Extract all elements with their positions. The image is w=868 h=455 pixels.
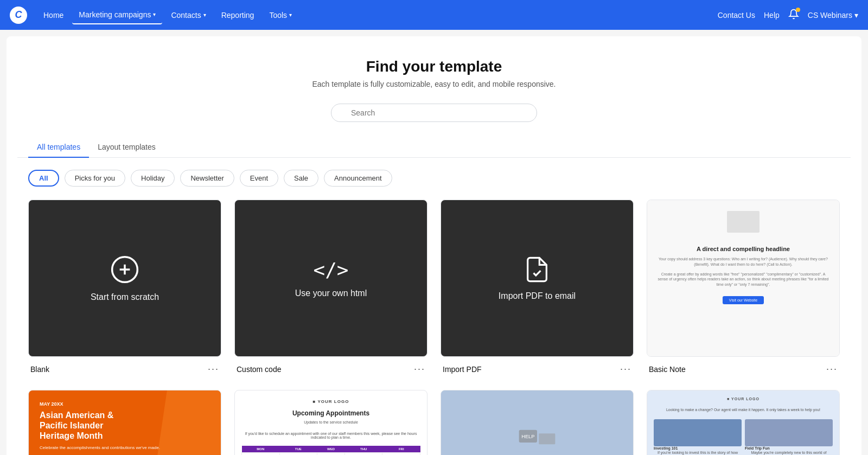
page-header: Find your template Each template is full… [17, 58, 851, 88]
user-chevron-icon: ▾ [854, 11, 858, 20]
template-more-blank[interactable]: ··· [208, 363, 219, 375]
contacts-chevron-icon: ▾ [203, 12, 206, 18]
custom-code-label: Use your own html [295, 289, 367, 298]
nav-home[interactable]: Home [37, 7, 70, 24]
contact-us-link[interactable]: Contact Us [718, 11, 755, 20]
filter-picks[interactable]: Picks for you [65, 170, 125, 187]
page-subtitle: Each template is fully customizable, eas… [17, 80, 851, 88]
invest-img-1 [654, 419, 742, 446]
filter-announcement[interactable]: Announcement [324, 170, 392, 187]
search-wrap [331, 104, 537, 122]
tab-all-templates[interactable]: All templates [28, 137, 89, 158]
notification-dot [796, 8, 800, 12]
template-thumbnail-basic-note[interactable]: A direct and compelling headline Your co… [647, 200, 840, 357]
nav-links: Home Marketing campaigns ▾ Contacts ▾ Re… [37, 6, 718, 24]
marketing-chevron-icon: ▾ [153, 11, 156, 17]
heritage-content: MAY 20XX Asian American &Pacific Islande… [40, 401, 160, 455]
template-card-investing: ■ YOUR LOGO Looking to make a change? Ou… [647, 390, 840, 455]
basic-note-headline: A direct and compelling headline [656, 246, 831, 252]
logo[interactable]: C [10, 7, 27, 24]
appt-schedule-table: MONTUEWEDTHUFRI Open 9hrs11:00am5:00pm O… [241, 446, 420, 455]
plus-circle-icon [110, 254, 140, 285]
appt-logo: ■ YOUR LOGO [241, 399, 420, 404]
filter-holiday[interactable]: Holiday [131, 170, 175, 187]
template-meta-import-pdf: Import PDF ··· [441, 357, 634, 375]
nav-right: Contact Us Help CS Webinars ▾ [718, 9, 858, 22]
nav-reporting[interactable]: Reporting [215, 7, 261, 24]
template-meta-blank: Blank ··· [28, 357, 221, 375]
template-name-basic-note: Basic Note [649, 365, 686, 374]
template-card-appointments: ■ YOUR LOGO Upcoming Appointments Update… [234, 390, 427, 455]
heritage-title: Asian American &Pacific IslanderHeritage… [40, 410, 160, 441]
invest-desc-1: If you're looking to invest this is the … [654, 450, 742, 455]
templates-grid: Start from scratch Blank ··· </> Use you… [17, 200, 851, 455]
template-name-custom-code: Custom code [237, 365, 281, 374]
template-meta-custom-code: Custom code ··· [234, 357, 427, 375]
nav-marketing[interactable]: Marketing campaigns ▾ [72, 6, 162, 24]
filter-event[interactable]: Event [240, 170, 278, 187]
template-card-blank: Start from scratch Blank ··· [28, 200, 221, 375]
code-icon: </> [313, 259, 348, 281]
basic-note-body2: Create a great offer by adding words lik… [656, 272, 831, 287]
template-thumbnail-import-pdf[interactable]: Import PDF to email [441, 200, 634, 357]
appt-title: Upcoming Appointments [241, 409, 420, 417]
help-link[interactable]: Help [764, 11, 780, 20]
template-more-custom-code[interactable]: ··· [414, 363, 425, 375]
import-pdf-label: Import PDF to email [499, 291, 576, 301]
invest-images: Investing 101 If you're looking to inves… [654, 419, 833, 455]
search-bar-wrap [17, 104, 851, 122]
main-content: Find your template Each template is full… [7, 36, 861, 455]
filter-all[interactable]: All [28, 170, 59, 187]
tools-chevron-icon: ▾ [289, 12, 292, 18]
heritage-date: MAY 20XX [40, 401, 160, 407]
template-more-basic-note[interactable]: ··· [826, 363, 838, 375]
basic-note-body: Your copy should address 3 key questions… [656, 257, 831, 267]
invest-caption-1: Investing 101 [654, 446, 742, 450]
tabs-row: All templates Layout templates [17, 137, 851, 158]
template-more-import-pdf[interactable]: ··· [620, 363, 631, 375]
template-card-heritage: MAY 20XX Asian American &Pacific Islande… [28, 390, 221, 455]
financial-hero: HELP [441, 390, 633, 455]
nav-tools[interactable]: Tools ▾ [263, 7, 298, 24]
filter-row: All Picks for you Holiday Newsletter Eve… [17, 170, 851, 187]
template-thumbnail-blank[interactable]: Start from scratch [28, 200, 221, 357]
logo-text: C [15, 9, 22, 21]
financial-hero-img: HELP [515, 421, 559, 453]
template-card-basic-note: A direct and compelling headline Your co… [647, 200, 840, 375]
tab-layout-templates[interactable]: Layout templates [89, 137, 164, 158]
template-thumbnail-custom-code[interactable]: </> Use your own html [234, 200, 427, 357]
filter-sale[interactable]: Sale [284, 170, 318, 187]
invest-desc-2: Maybe you're completely new to this worl… [745, 450, 833, 455]
template-card-financial: HELP ■ YOUR LOGO Our monthly newsletter.… [441, 390, 634, 455]
template-card-import-pdf: Import PDF to email Import PDF ··· [441, 200, 634, 375]
filter-newsletter[interactable]: Newsletter [180, 170, 234, 187]
basic-note-cta: Visit our Website [723, 296, 764, 304]
template-name-import-pdf: Import PDF [443, 365, 482, 374]
pdf-icon [523, 255, 551, 284]
template-thumbnail-investing[interactable]: ■ YOUR LOGO Looking to make a change? Ou… [647, 390, 840, 455]
invest-content: ■ YOUR LOGO Looking to make a change? Ou… [647, 390, 839, 455]
user-menu[interactable]: CS Webinars ▾ [808, 11, 858, 20]
invest-img-2 [745, 419, 833, 446]
page-title: Find your template [17, 58, 851, 75]
basic-note-image [727, 211, 760, 233]
appt-sub: Updates to the service schedule [241, 420, 420, 424]
basic-note-content: A direct and compelling headline Your co… [647, 200, 839, 356]
svg-rect-5 [539, 434, 555, 445]
template-thumbnail-heritage[interactable]: MAY 20XX Asian American &Pacific Islande… [28, 390, 221, 455]
notification-bell[interactable] [788, 9, 799, 22]
blank-label: Start from scratch [91, 292, 159, 302]
template-name-blank: Blank [30, 365, 49, 374]
invest-caption-2: Field Trip Fun [745, 446, 833, 450]
template-thumbnail-financial[interactable]: HELP ■ YOUR LOGO Our monthly newsletter.… [441, 390, 634, 455]
search-input[interactable] [331, 104, 537, 122]
heritage-subtitle: Celebrate the accomplishments and contri… [40, 445, 160, 451]
navbar: C Home Marketing campaigns ▾ Contacts ▾ … [0, 0, 868, 30]
template-card-custom-code: </> Use your own html Custom code ··· [234, 200, 427, 375]
nav-contacts[interactable]: Contacts ▾ [164, 7, 212, 24]
template-meta-basic-note: Basic Note ··· [647, 357, 840, 375]
template-thumbnail-appointments[interactable]: ■ YOUR LOGO Upcoming Appointments Update… [234, 390, 427, 455]
appt-intro: If you'd like to schedule an appointment… [241, 432, 420, 439]
invest-intro: Looking to make a change? Our agent will… [654, 407, 833, 413]
invest-logo: ■ YOUR LOGO [654, 397, 833, 401]
